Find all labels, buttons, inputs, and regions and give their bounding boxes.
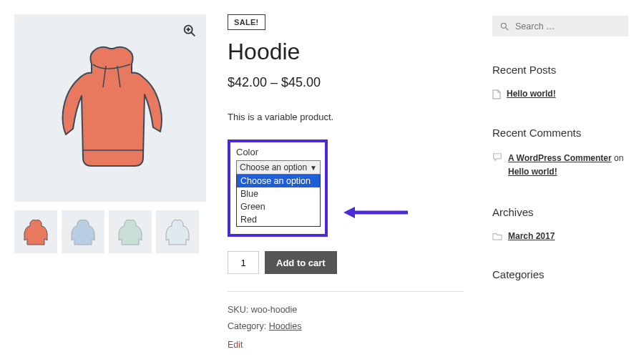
product-meta: SKU: woo-hoodie Category: Hoodies [228,291,464,334]
recent-comment-item: A WordPress Commenter on Hello world! [492,152,628,179]
color-dropdown: Choose an option Blue Green Red [236,175,321,227]
comment-author-link[interactable]: A WordPress Commenter [508,153,612,163]
color-option[interactable]: Choose an option [237,175,320,187]
product-summary: SALE! Hoodie $42.00 – $45.00 This is a v… [228,14,464,350]
widget-title-categories: Categories [492,268,628,280]
gallery-thumb[interactable] [156,210,199,253]
search-box[interactable] [492,16,628,36]
magnify-icon[interactable] [182,23,197,39]
search-input[interactable] [515,21,628,31]
product-price: $42.00 – $45.00 [228,75,464,90]
gallery-thumb[interactable] [109,210,152,253]
recent-post-item: Hello world! [492,89,628,99]
widget-title-recent-posts: Recent Posts [492,64,628,76]
svg-line-1 [191,32,195,36]
annotation-arrow-icon [342,202,414,223]
quantity-input[interactable] [228,251,259,274]
comment-icon [492,152,502,162]
archive-item: March 2017 [492,231,628,241]
color-select-value: Choose an option [240,162,307,172]
product-image-main[interactable] [14,14,206,202]
sku-value: woo-hoodie [251,305,298,315]
product-gallery [14,14,206,253]
color-option[interactable]: Blue [237,187,320,200]
color-select[interactable]: Choose an option ▼ [236,160,321,175]
sale-badge: SALE! [228,14,265,30]
svg-line-7 [506,28,509,31]
svg-marker-5 [343,207,355,218]
comment-post-link[interactable]: Hello world! [508,167,557,177]
widget-title-recent-comments: Recent Comments [492,127,628,139]
category-label: Category: [228,321,269,331]
folder-icon [492,232,502,240]
add-to-cart-button[interactable]: Add to cart [265,251,337,274]
color-option[interactable]: Red [237,213,320,226]
archive-link[interactable]: March 2017 [508,231,555,241]
search-icon [499,21,509,31]
product-description: This is a variable product. [228,112,464,122]
product-title: Hoodie [228,39,464,65]
svg-point-6 [501,23,506,28]
recent-post-link[interactable]: Hello world! [507,89,556,99]
sku-label: SKU: [228,305,251,315]
document-icon [492,89,501,99]
gallery-thumb[interactable] [62,210,104,253]
widget-title-archives: Archives [492,206,628,218]
chevron-down-icon: ▼ [310,164,317,172]
category-link[interactable]: Hoodies [269,321,302,331]
gallery-thumb[interactable] [14,210,57,253]
edit-link[interactable]: Edit [228,340,243,350]
color-option[interactable]: Green [237,200,320,213]
variation-label: Color [236,147,319,157]
variation-box-annotation: Color Choose an option ▼ Choose an optio… [228,140,328,237]
sidebar: Recent Posts Hello world! Recent Comment… [492,16,628,293]
comment-on-text: on [612,153,624,163]
